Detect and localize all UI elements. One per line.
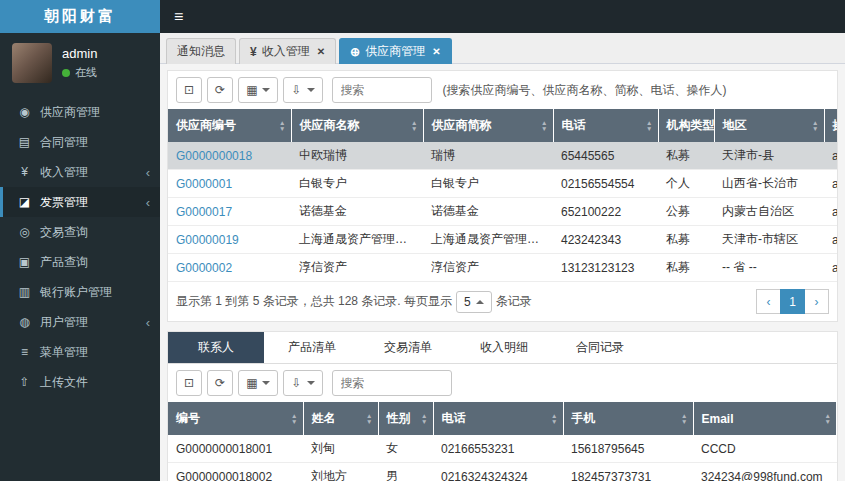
- sidebar-item[interactable]: ▤ 合同管理 ‹: [0, 127, 160, 157]
- detail-tab[interactable]: 收入明细: [456, 332, 552, 363]
- supplier-row[interactable]: G0000002 淳信资产 淳信资产 13123123123 私募 -- 省 -…: [168, 254, 837, 282]
- supplier-phone-cell: 423242343: [553, 226, 658, 254]
- detail-tab[interactable]: 合同记录: [552, 332, 648, 363]
- detail-view-button[interactable]: ⊡: [176, 370, 202, 396]
- pagination-info-suffix: 条记录: [496, 293, 532, 310]
- export-button[interactable]: ⇩: [283, 77, 322, 103]
- tab[interactable]: ⊕ 供应商管理 ✕: [339, 38, 451, 64]
- brand-logo[interactable]: 朝阳财富: [0, 0, 160, 33]
- sidebar-item[interactable]: ≡ 菜单管理 ‹: [0, 337, 160, 367]
- refresh-button[interactable]: ⟳: [207, 370, 233, 396]
- menu-icon: ≡: [16, 345, 33, 359]
- refresh-icon: ⟳: [215, 83, 225, 97]
- sort-icon: ▲▼: [825, 413, 831, 425]
- contact-gender-cell: 女: [378, 435, 433, 463]
- suppliers-column-header[interactable]: 机构类型 ▲▼: [658, 109, 714, 142]
- contacts-column-header[interactable]: 姓名 ▲▼: [303, 402, 378, 435]
- sidebar-item-label: 交易查询: [40, 224, 88, 241]
- per-page-dropdown[interactable]: 5: [456, 291, 492, 313]
- sidebar-item[interactable]: ◪ 发票管理 ‹: [0, 187, 160, 217]
- contacts-column-header[interactable]: 手机 ▲▼: [563, 402, 693, 435]
- supplier-type-cell: 私募: [658, 226, 714, 254]
- contacts-column-header[interactable]: 编号 ▲▼: [168, 402, 303, 435]
- supplier-row[interactable]: G0000001 白银专户 白银专户 02156554554 个人 山西省-长治…: [168, 170, 837, 198]
- contact-phone-cell: 0216324324324: [433, 463, 563, 481]
- tab[interactable]: 通知消息 ✕: [166, 38, 236, 64]
- detail-view-button[interactable]: ⊡: [176, 77, 202, 103]
- sidebar-item[interactable]: ◎ 交易查询 ‹: [0, 217, 160, 247]
- refresh-button[interactable]: ⟳: [207, 77, 233, 103]
- supplier-id-link[interactable]: G0000000018: [176, 149, 252, 163]
- supplier-id-link[interactable]: G0000017: [176, 205, 232, 219]
- sidebar-item[interactable]: ▣ 产品查询 ‹: [0, 247, 160, 277]
- column-label: 电话: [442, 411, 466, 425]
- contacts-table: 编号 ▲▼ 姓名 ▲▼: [168, 402, 837, 481]
- supplier-short-name-cell: 诺德基金: [423, 198, 553, 226]
- columns-icon: ▦: [246, 376, 257, 390]
- contact-id-cell: G0000000018001: [168, 435, 303, 463]
- column-label: 姓名: [312, 411, 336, 425]
- suppliers-toolbar: ⊡ ⟳ ▦ ⇩ (搜索供应商编号、供应商名称、简称、电话、操作人): [168, 71, 837, 109]
- suppliers-column-header[interactable]: 操作人 ▲▼: [824, 109, 837, 142]
- supplier-id-cell: G00000019: [168, 226, 291, 254]
- contacts-column-header[interactable]: 电话 ▲▼: [433, 402, 563, 435]
- column-label: 供应商名称: [300, 118, 360, 132]
- suppliers-column-header[interactable]: 供应商名称 ▲▼: [291, 109, 423, 142]
- sort-icon: ▲▼: [421, 413, 427, 425]
- columns-button[interactable]: ▦: [238, 370, 278, 396]
- suppliers-column-header[interactable]: 供应商编号 ▲▼: [168, 109, 291, 142]
- supplier-row[interactable]: G0000000018 中欧瑞博 瑞博 65445565 私募 天津市-县 ad…: [168, 142, 837, 170]
- sidebar-toggle-icon[interactable]: ≡: [174, 9, 183, 25]
- detail-tab[interactable]: 交易清单: [360, 332, 456, 363]
- sidebar-item[interactable]: ¥ 收入管理 ‹: [0, 157, 160, 187]
- sidebar-item[interactable]: ◍ 用户管理 ‹: [0, 307, 160, 337]
- column-label: 供应商简称: [432, 118, 492, 132]
- sidebar-item[interactable]: ⇧ 上传文件 ‹: [0, 367, 160, 397]
- supplier-type-cell: 公募: [658, 198, 714, 226]
- contact-row[interactable]: G0000000018001 刘甸 女 02166553231 15618795…: [168, 435, 837, 463]
- supplier-id-cell: G0000002: [168, 254, 291, 282]
- page-button[interactable]: ‹: [756, 289, 781, 314]
- contact-email-cell: CCCD: [693, 435, 837, 463]
- column-label: 编号: [176, 411, 200, 425]
- supplier-operator-cell: admin: [824, 254, 837, 282]
- supplier-region-cell: -- 省 --: [714, 254, 824, 282]
- contact-row[interactable]: G0000000018002 刘地方 男 0216324324324 18245…: [168, 463, 837, 481]
- sidebar-item[interactable]: ▥ 银行账户管理 ‹: [0, 277, 160, 307]
- sidebar-item[interactable]: ◉ 供应商管理 ‹: [0, 97, 160, 127]
- tab-close-icon[interactable]: ✕: [317, 46, 325, 57]
- sort-icon: ▲▼: [411, 120, 417, 132]
- contacts-column-header[interactable]: Email ▲▼: [693, 402, 837, 435]
- page-button[interactable]: 1: [780, 289, 805, 314]
- contacts-toolbar: ⊡ ⟳ ▦ ⇩: [168, 364, 837, 402]
- column-label: 操作人: [833, 118, 838, 132]
- contacts-column-header[interactable]: 性别 ▲▼: [378, 402, 433, 435]
- page-button[interactable]: ›: [804, 289, 829, 314]
- suppliers-column-header[interactable]: 电话 ▲▼: [553, 109, 658, 142]
- suppliers-column-header[interactable]: 地区 ▲▼: [714, 109, 824, 142]
- supplier-type-cell: 私募: [658, 142, 714, 170]
- supplier-id-link[interactable]: G0000002: [176, 261, 232, 275]
- supplier-row[interactable]: G0000017 诺德基金 诺德基金 652100222 公募 内蒙古自治区 a…: [168, 198, 837, 226]
- supplier-short-name-cell: 瑞博: [423, 142, 553, 170]
- sidebar-menu: ◉ 供应商管理 ‹ ▤ 合同管理 ‹ ¥ 收入管理 ‹ ◪ 发票管理 ‹ ◎: [0, 97, 160, 397]
- sidebar-item-label: 用户管理: [40, 314, 88, 331]
- contacts-search-input[interactable]: [332, 370, 452, 396]
- tab-close-icon[interactable]: ✕: [432, 46, 440, 57]
- menu-icon: ▣: [16, 255, 33, 269]
- tab[interactable]: ¥ 收入管理 ✕: [239, 38, 336, 64]
- suppliers-column-header[interactable]: 供应商简称 ▲▼: [423, 109, 553, 142]
- suppliers-search-input[interactable]: [332, 77, 432, 103]
- supplier-operator-cell: admin: [824, 170, 837, 198]
- detail-tab[interactable]: 产品清单: [264, 332, 360, 363]
- supplier-id-link[interactable]: G00000019: [176, 233, 239, 247]
- supplier-id-cell: G0000017: [168, 198, 291, 226]
- user-name: admin: [62, 46, 97, 61]
- detail-tab[interactable]: 联系人: [168, 332, 264, 363]
- columns-button[interactable]: ▦: [238, 77, 278, 103]
- supplier-id-link[interactable]: G0000001: [176, 177, 232, 191]
- caret-down-icon: [262, 381, 270, 385]
- tab-icon: ⊕: [350, 45, 360, 59]
- supplier-row[interactable]: G00000019 上海通晟资产管理有限公司 上海通晟资产管理有限公司 4232…: [168, 226, 837, 254]
- export-button[interactable]: ⇩: [283, 370, 322, 396]
